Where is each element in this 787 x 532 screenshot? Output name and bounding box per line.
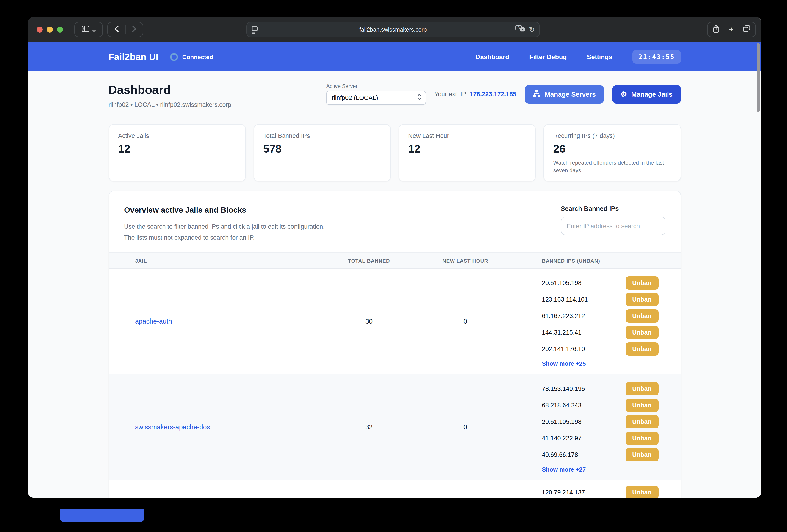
page-body: Fail2ban UI Connected DashboardFilter De… (28, 42, 761, 497)
manage-servers-button[interactable]: Manage Servers (525, 85, 604, 103)
banned-ip-row: 61.167.223.212Unban (542, 308, 658, 324)
zoom-window-button[interactable] (57, 27, 63, 32)
column-new-last-hour: NEW LAST HOUR (410, 258, 520, 263)
banned-ip-row: 41.140.222.97Unban (542, 430, 658, 446)
divider (125, 25, 126, 34)
column-banned-ips: BANNED IPS (UNBAN) (520, 258, 658, 263)
banned-ip-row: 40.69.66.178Unban (542, 446, 658, 463)
active-server-select[interactable]: rlinfp02 (LOCAL) (326, 91, 426, 105)
status-ring-icon (170, 53, 178, 61)
banned-ip-row: 123.163.114.101Unban (542, 291, 658, 308)
translate-icon[interactable]: Aa (516, 25, 525, 34)
app-brand: Fail2ban UI (108, 51, 158, 62)
search-label: Search Banned IPs (561, 205, 665, 212)
new-tab-icon[interactable]: + (729, 26, 733, 34)
unban-button[interactable]: Unban (625, 382, 658, 395)
banned-ip: 20.51.105.198 (542, 279, 581, 286)
table-row: swissmakers-apache-dos32078.153.140.195U… (109, 374, 680, 480)
show-more-link[interactable]: Show more +25 (542, 358, 658, 369)
stat-value: 12 (408, 142, 526, 155)
stat-value: 26 (553, 142, 672, 155)
unban-button[interactable]: Unban (625, 342, 658, 355)
stat-card: Recurring IPs (7 days)26Watch repeated o… (544, 124, 681, 181)
banned-ip-row: 78.153.140.195Unban (542, 380, 658, 397)
banned-ip: 123.163.114.101 (542, 296, 588, 303)
jail-link[interactable]: apache-auth (135, 317, 172, 325)
background-window-strip (60, 509, 144, 523)
total-banned-value: 30 (328, 317, 410, 325)
stats-row: Active Jails12Total Banned IPs578New Las… (108, 124, 681, 181)
sidebar-toggle-button[interactable] (74, 22, 103, 37)
overview-title: Overview active Jails and Blocks (124, 205, 325, 216)
screen: fail2ban.swissmakers.corp Aa ↻ + (0, 0, 787, 532)
banned-ip-row: 20.51.105.198Unban (542, 274, 658, 291)
unban-button[interactable]: Unban (625, 326, 658, 339)
back-button[interactable] (114, 25, 119, 34)
banned-ips-cell: 20.51.105.198Unban123.163.114.101Unban61… (520, 268, 658, 374)
svg-text:A: A (518, 26, 520, 30)
banned-ip: 78.153.140.195 (542, 385, 585, 392)
share-icon[interactable] (712, 24, 719, 35)
sitemap-icon (533, 90, 540, 98)
external-ip: Your ext. IP:176.223.172.185 (434, 91, 516, 97)
banned-ips-cell: 78.153.140.195Unban68.218.64.243Unban20.… (520, 374, 658, 480)
close-window-button[interactable] (37, 27, 43, 32)
unban-button[interactable]: Unban (625, 415, 658, 428)
gear-icon: ⚙ (620, 90, 627, 98)
table-row: 120.79.214.137Unban47.247.253.123Unban (109, 480, 680, 497)
banned-ip-row: 144.31.215.41Unban (542, 324, 658, 340)
scrollbar-thumb[interactable] (757, 43, 760, 112)
browser-window: fail2ban.swissmakers.corp Aa ↻ + (28, 17, 761, 497)
unban-button[interactable]: Unban (625, 398, 658, 412)
unban-button[interactable]: Unban (625, 293, 658, 306)
jail-cell: apache-auth (135, 317, 328, 325)
toolbar-actions: + (707, 22, 756, 37)
jails-table: JAIL TOTAL BANNED NEW LAST HOUR BANNED I… (109, 252, 680, 497)
banned-ip-row: 202.141.176.10Unban (542, 340, 658, 357)
table-row: apache-auth30020.51.105.198Unban123.163.… (109, 268, 680, 374)
active-server-label: Active Server (326, 83, 426, 89)
url-text: fail2ban.swissmakers.corp (247, 22, 539, 37)
overview-card: Overview active Jails and Blocks Use the… (108, 191, 681, 497)
banned-ips-cell: 120.79.214.137Unban47.247.253.123Unban (520, 480, 658, 497)
minimize-window-button[interactable] (47, 27, 53, 32)
banned-ip: 68.218.64.243 (542, 402, 581, 408)
unban-button[interactable]: Unban (625, 448, 658, 461)
stat-description: Watch repeated offenders detected in the… (553, 159, 672, 175)
stat-label: New Last Hour (408, 132, 526, 139)
connection-status: Connected (170, 53, 213, 61)
column-jail: JAIL (135, 258, 328, 263)
stat-label: Total Banned IPs (263, 132, 381, 139)
stat-value: 578 (263, 142, 381, 155)
overview-description: Use the search to filter banned IPs and … (124, 221, 325, 243)
stat-card: Total Banned IPs578 (254, 124, 391, 181)
nav-item-filter-debug[interactable]: Filter Debug (529, 53, 567, 61)
nav-item-dashboard[interactable]: Dashboard (475, 53, 509, 61)
tab-overview-icon[interactable] (743, 25, 750, 34)
jail-link[interactable]: swissmakers-apache-dos (135, 423, 210, 431)
banned-ip-row: 68.218.64.243Unban (542, 397, 658, 413)
nav-item-settings[interactable]: Settings (587, 53, 612, 61)
reload-icon[interactable]: ↻ (529, 26, 535, 33)
new-last-hour-value: 0 (410, 317, 520, 325)
svg-text:a: a (522, 27, 524, 31)
banned-ip-row: 120.79.214.137Unban (542, 484, 658, 497)
clock-badge: 21:43:55 (633, 50, 681, 64)
banned-ip: 202.141.176.10 (542, 345, 585, 352)
address-bar[interactable]: fail2ban.swissmakers.corp Aa ↻ (246, 22, 540, 37)
unban-button[interactable]: Unban (625, 309, 658, 323)
browser-chrome: fail2ban.swissmakers.corp Aa ↻ + (28, 17, 761, 42)
manage-jails-button[interactable]: ⚙ Manage Jails (612, 85, 681, 103)
unban-button[interactable]: Unban (625, 276, 658, 289)
status-label: Connected (182, 53, 213, 60)
stat-card: New Last Hour12 (399, 124, 536, 181)
show-more-link[interactable]: Show more +27 (542, 464, 658, 474)
main-content: Dashboard rlinfp02 • LOCAL • rlinfp02.sw… (108, 71, 681, 497)
forward-button[interactable] (132, 25, 136, 34)
unban-button[interactable]: Unban (625, 431, 658, 445)
stat-value: 12 (118, 142, 236, 155)
banned-ip: 144.31.215.41 (542, 329, 581, 336)
banned-ip: 61.167.223.212 (542, 312, 585, 319)
search-input[interactable] (561, 217, 665, 235)
unban-button[interactable]: Unban (625, 486, 658, 497)
